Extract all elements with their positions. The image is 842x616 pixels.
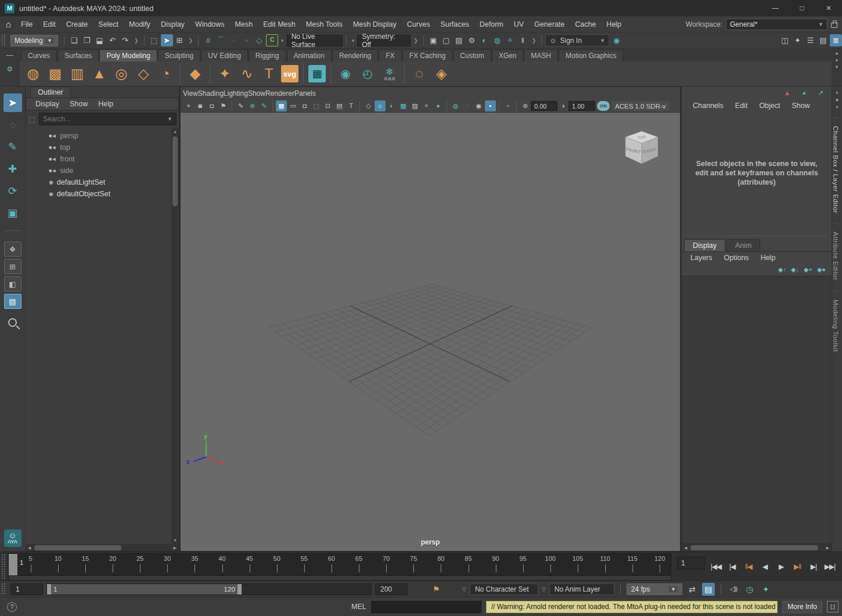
rotate-tool[interactable]: ⟳ [3, 182, 22, 200]
field-chart-icon[interactable]: T [346, 100, 357, 111]
menu-item[interactable]: Mesh [230, 16, 258, 33]
more-info-button[interactable]: More Info [782, 601, 822, 613]
poly-cylinder-icon[interactable]: ▥ [67, 64, 87, 84]
chevron-down-icon[interactable]: ▾ [281, 38, 284, 44]
poly-cube-icon[interactable]: ▩ [45, 64, 65, 84]
drag-grip[interactable] [1, 554, 6, 579]
resolution-gate-icon[interactable]: ◘ [299, 100, 310, 111]
channel-box-toggle-icon[interactable]: ☰ [804, 34, 816, 46]
shelf-tab-motion-graphics[interactable]: Motion Graphics [559, 49, 623, 62]
snap-to-curve-icon[interactable]: ⌒ [215, 34, 227, 46]
menu-item[interactable]: Curves [402, 16, 436, 33]
layer-menu-item[interactable]: Options [719, 254, 754, 262]
symmetry-field[interactable]: Symmetry: Off [357, 35, 411, 46]
bookmark-add-icon[interactable]: ⚑ [430, 583, 442, 596]
outliner-item-front[interactable]: ■◄front [26, 153, 179, 165]
bookmark-icon[interactable]: ⚑ [218, 100, 229, 111]
select-box-icon[interactable]: ⬚ [27, 115, 37, 124]
uv-grid-window-icon[interactable]: ▦ [308, 65, 326, 82]
help-icon[interactable]: ? [7, 602, 17, 612]
paint-select-tool[interactable]: ✎ [3, 138, 22, 156]
range-slider-track[interactable]: 1 120 [46, 583, 372, 595]
pan-zoom-icon[interactable]: ⊕ [247, 100, 258, 111]
minimize-button[interactable]: — [762, 0, 789, 16]
colorspace-label[interactable]: ACES 1.0 SDR-v [611, 101, 670, 111]
outliner-tab[interactable]: Outliner [30, 87, 71, 98]
safe-action-icon[interactable]: ⊡ [322, 100, 333, 111]
shelf-overflow-icon[interactable]: ● [836, 57, 839, 63]
play-backwards-button[interactable]: ◀ [757, 559, 772, 574]
freeze-transform-icon[interactable]: ❄0,0,0 [380, 64, 400, 84]
menu-item[interactable]: Mesh Tools [301, 16, 348, 33]
shelf-tab-surfaces[interactable]: Surfaces [57, 49, 99, 62]
layer-move-up-icon[interactable]: ◆↑ [778, 266, 786, 273]
save-scene-icon[interactable]: ⬓ [93, 34, 106, 46]
playback-loop-icon[interactable]: ⇄ [686, 583, 699, 596]
lights-toggle-icon[interactable]: ☀ [421, 100, 432, 111]
poly-sphere-icon[interactable]: ◍ [23, 64, 43, 84]
live-surface-field[interactable]: No Live Surface [287, 35, 343, 46]
clip-editor-icon[interactable]: ▤ [702, 583, 715, 596]
snap-to-projected-center-icon[interactable]: ◦ [240, 34, 253, 46]
outliner-item-defaultLightSet[interactable]: ◉defaultLightSet [26, 176, 179, 188]
shelf-tab-rendering[interactable]: Rendering [332, 49, 378, 62]
poly-plane-icon[interactable]: ◇ [134, 64, 153, 84]
snap-to-point-icon[interactable]: ∙ [228, 34, 240, 46]
plugin-filter-icon[interactable]: ▪ [485, 100, 496, 111]
current-frame-field[interactable] [677, 557, 705, 570]
outliner-persp-layout-button[interactable]: ▤ [4, 294, 21, 309]
side-tab-channel-box[interactable]: Channel Box / Layer Editor [832, 117, 839, 221]
type-tool-icon[interactable]: T [259, 64, 279, 84]
close-button[interactable]: ✕ [815, 0, 842, 16]
outliner-item-top[interactable]: ■◄top [26, 142, 179, 153]
group-fold-icon[interactable]: ❯ [532, 38, 537, 44]
gamma-field[interactable]: 1.00 [568, 101, 595, 111]
script-editor-icon[interactable]: {;} [827, 601, 839, 613]
animation-preferences-icon[interactable]: ✦ [760, 583, 772, 596]
channel-menu-item[interactable]: Edit [730, 102, 753, 110]
menu-item[interactable]: UV [509, 16, 529, 33]
group-fold-icon[interactable]: ❯ [134, 38, 139, 44]
channel-menu-item[interactable]: Show [787, 102, 815, 110]
render-current-frame-icon[interactable]: ▢ [440, 34, 452, 46]
sweep-mesh-icon[interactable]: ✦ [215, 64, 235, 84]
shelf-tab-animation[interactable]: Animation [287, 49, 332, 62]
scroll-right-icon[interactable]: ▶ [171, 546, 179, 550]
make-live-icon[interactable]: ◇ [253, 34, 265, 46]
scroll-left-icon[interactable]: ◀ [26, 546, 33, 550]
dot-icon[interactable]: ● [835, 96, 839, 103]
anti-alias-icon[interactable]: ◉ [473, 100, 484, 111]
scale-tool[interactable]: ▣ [3, 204, 22, 222]
chevron-down-icon[interactable]: ▾ [352, 38, 355, 44]
shelf-scroll-down-icon[interactable]: ▼ [834, 64, 839, 70]
motion-blur-icon[interactable]: ◌ [462, 100, 473, 111]
viewport-menu-item[interactable]: Show [248, 89, 265, 98]
menu-item[interactable]: Surfaces [435, 16, 474, 33]
redo-icon[interactable]: ↷ [119, 34, 131, 46]
viewport-menu-item[interactable]: View [183, 89, 198, 98]
search-input[interactable] [43, 115, 167, 123]
menu-item[interactable]: File [16, 16, 38, 33]
home-icon[interactable]: ⌂ [6, 19, 11, 29]
time-ruler[interactable]: 1 51015202530354045505560657075808590951… [8, 553, 671, 576]
pause-icon[interactable]: ‖ [517, 34, 529, 46]
gear-icon[interactable]: ⚙ [7, 65, 13, 73]
layer-add-icon[interactable]: ◆+ [804, 266, 812, 273]
lasso-select-tool[interactable]: ◌ [3, 116, 22, 134]
occlusion-icon[interactable]: ◍ [450, 100, 461, 111]
scrollbar-thumb[interactable] [690, 545, 818, 550]
group-fold-icon[interactable]: ❯ [413, 38, 418, 44]
layer-list[interactable] [682, 276, 831, 544]
menu-item[interactable]: Select [93, 16, 124, 33]
color-management-toggle[interactable]: ON [597, 101, 610, 111]
search-box[interactable]: ▼ [39, 113, 177, 125]
lattice-circle-icon[interactable]: ◌ [409, 64, 429, 84]
move-tool[interactable]: ✚ [3, 160, 22, 178]
half-shade-icon[interactable]: ◐ [386, 100, 397, 111]
current-frame-input[interactable] [677, 557, 705, 570]
scroll-up-icon[interactable]: ▲ [173, 128, 177, 135]
exposure-icon[interactable]: ⊛ [520, 100, 531, 111]
light-editor-icon[interactable]: ✧ [504, 34, 516, 46]
scroll-right-icon[interactable]: ▶ [824, 546, 832, 550]
layer-menu-item[interactable]: Help [755, 254, 781, 262]
